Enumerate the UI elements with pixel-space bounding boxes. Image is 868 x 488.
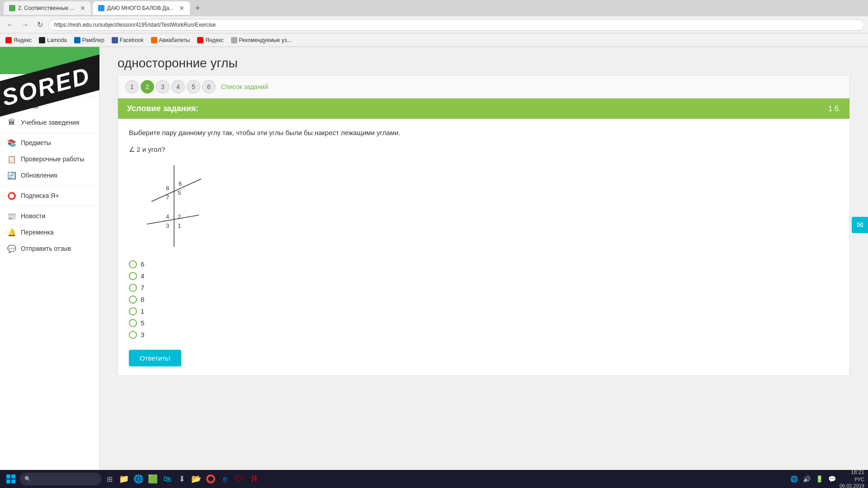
taskbar-search[interactable]: 🔍 (20, 473, 101, 485)
network-icon[interactable]: 🌐 (789, 474, 800, 484)
taskbar-clock: 18:21 РУС 06.02.2019 (840, 469, 864, 488)
sidebar-item-otpravit[interactable]: 💬 Отправить отзыв (0, 240, 99, 257)
task-list-link[interactable]: Список заданий (221, 83, 268, 90)
svg-rect-13 (6, 479, 10, 483)
sidebar-item-predmety[interactable]: 📚 Предметы (0, 135, 99, 151)
answer-label-4: 4 (141, 272, 144, 280)
address-bar[interactable] (48, 19, 864, 31)
svg-text:5: 5 (178, 189, 181, 196)
proverochnye-icon: 📋 (7, 155, 16, 164)
main-layout: Я 🏠 по сайту 🏛 ТОПы 🏛 Учебные заведения … (0, 47, 868, 488)
task-num-3[interactable]: 3 (156, 80, 170, 94)
task-num-1[interactable]: 1 (125, 80, 139, 94)
sidebar-item-predmety-label: Предметы (21, 139, 51, 146)
radio-8[interactable] (129, 296, 137, 304)
notification-icon[interactable]: 💬 (827, 474, 838, 484)
search-icon: 🔍 (24, 476, 31, 482)
bookmark-lamoda-label: Lamoda (47, 37, 66, 43)
taskbar-browser-icon[interactable]: 🌐 (132, 473, 145, 485)
taskbar: 🔍 ⊞ 📁 🌐 🟩 🛍 ⬇ 📂 ⭕ e 🛡 Я 🌐 🔊 🔋 💬 18:21 (0, 470, 868, 488)
sidebar-item-novosti[interactable]: 📰 Новости (0, 208, 99, 224)
answer-option-4[interactable]: 4 (129, 272, 839, 280)
taskbar-cortana-icon[interactable]: ⊞ (103, 473, 116, 485)
tab-1-close[interactable]: ✕ (80, 5, 85, 12)
forward-button[interactable]: → (19, 19, 32, 31)
taskbar-opera-icon[interactable]: ⭕ (204, 473, 217, 485)
sidebar-item-novosti-label: Новости (21, 212, 45, 220)
tab-1[interactable]: 2. Соответственные ... ✕ (4, 1, 91, 15)
podpiska-icon: ⭕ (7, 191, 16, 200)
tab-2[interactable]: ДАЮ МНОГО БАЛОВ Да... ✕ (93, 1, 190, 15)
bookmark-recom-label: Рекомендуемые уз... (239, 37, 292, 43)
bookmark-yandex[interactable]: Яндекс (4, 36, 33, 44)
radio-5[interactable] (129, 319, 137, 327)
bookmark-rambler[interactable]: Рамблер (72, 36, 106, 44)
bookmark-lamoda[interactable]: Lamoda (37, 36, 68, 44)
radio-6[interactable] (129, 260, 137, 268)
bookmark-yandex-favicon (5, 37, 12, 43)
sidebar-item-proverochnye[interactable]: 📋 Проверочные работы (0, 151, 99, 167)
svg-rect-14 (11, 479, 15, 483)
taskbar-edge-icon[interactable]: e (219, 473, 231, 485)
answer-option-7[interactable]: 7 (129, 284, 839, 292)
mail-button[interactable]: ✉ (852, 217, 868, 233)
answer-option-6[interactable]: 6 (129, 260, 839, 268)
predmety-icon: 📚 (7, 138, 16, 147)
submit-button[interactable]: Ответить! (129, 350, 181, 366)
svg-text:4: 4 (166, 213, 169, 220)
taskbar-time: 18:21 РУС 06.02.2019 (840, 469, 864, 488)
taskbar-minecraft-icon[interactable]: 🟩 (146, 473, 159, 485)
svg-text:3: 3 (166, 222, 169, 229)
new-tab-button[interactable]: + (192, 4, 204, 13)
sidebar-item-podpiska-label: Подписка Я+ (21, 192, 59, 199)
taskbar-antivirus-icon[interactable]: 🛡 (233, 473, 246, 485)
cortana-icon: ⊞ (107, 475, 113, 483)
answer-option-1[interactable]: 1 (129, 307, 839, 315)
geometry-figure: 6 5 8 7 2 1 4 (129, 161, 839, 251)
radio-4[interactable] (129, 272, 137, 280)
taskbar-download-icon[interactable]: ⬇ (175, 473, 188, 485)
bookmark-recom[interactable]: Рекомендуемые уз... (229, 36, 293, 44)
sidebar-item-podpiska[interactable]: ⭕ Подписка Я+ (0, 188, 99, 204)
task-num-6[interactable]: 6 (202, 80, 216, 94)
volume-icon[interactable]: 🔊 (802, 474, 812, 484)
back-button[interactable]: ← (4, 19, 16, 31)
taskbar-files-icon[interactable]: 📂 (190, 473, 203, 485)
task-num-2[interactable]: 2 (141, 80, 154, 94)
taskbar-system-icons: 🌐 🔊 🔋 💬 (789, 474, 838, 484)
task-num-4[interactable]: 4 (171, 80, 185, 94)
bookmark-yandex2[interactable]: Яндекс (195, 36, 225, 44)
task-content: Выберите пару данному углу так, чтобы эт… (118, 119, 849, 375)
answer-option-5[interactable]: 5 (129, 319, 839, 327)
answer-label-8: 8 (141, 296, 144, 303)
task-num-5[interactable]: 5 (187, 80, 200, 94)
bookmark-aviabilety-favicon (151, 37, 157, 43)
exercise-container: 1 2 3 4 5 6 Список заданий Условие задан… (118, 75, 850, 376)
tab-2-close[interactable]: ✕ (179, 5, 184, 12)
peremenka-icon: 🔔 (7, 228, 16, 237)
censored-overlay: SORED (0, 47, 99, 128)
windows-logo-icon (6, 474, 15, 483)
answer-option-3[interactable]: 3 (129, 331, 839, 339)
tab-bar: 2. Соответственные ... ✕ ДАЮ МНОГО БАЛОВ… (0, 0, 868, 16)
answer-option-8[interactable]: 8 (129, 296, 839, 304)
taskbar-file-explorer-icon[interactable]: 📁 (118, 473, 130, 485)
sidebar-item-obnovleniya[interactable]: 🔄 Обновления (0, 167, 99, 183)
radio-1[interactable] (129, 307, 137, 315)
bookmark-aviabilety[interactable]: Авиабилеты (149, 36, 192, 44)
battery-icon[interactable]: 🔋 (814, 474, 825, 484)
start-button[interactable] (4, 472, 18, 486)
bookmark-yandex2-favicon (197, 37, 203, 43)
task-description: Выберите пару данному углу так, чтобы эт… (129, 128, 839, 138)
file-explorer-icon: 📁 (119, 474, 129, 484)
bookmark-facebook-favicon (112, 37, 118, 43)
date-display: 06.02.2019 (840, 483, 864, 488)
radio-7[interactable] (129, 284, 137, 292)
taskbar-store-icon[interactable]: 🛍 (161, 473, 174, 485)
minecraft-icon: 🟩 (148, 474, 158, 484)
refresh-button[interactable]: ↻ (34, 19, 46, 31)
sidebar-item-peremenka[interactable]: 🔔 Переменка (0, 224, 99, 240)
bookmark-facebook[interactable]: Facebook (110, 36, 146, 44)
taskbar-yandex-icon[interactable]: Я (248, 473, 260, 485)
radio-3[interactable] (129, 331, 137, 339)
